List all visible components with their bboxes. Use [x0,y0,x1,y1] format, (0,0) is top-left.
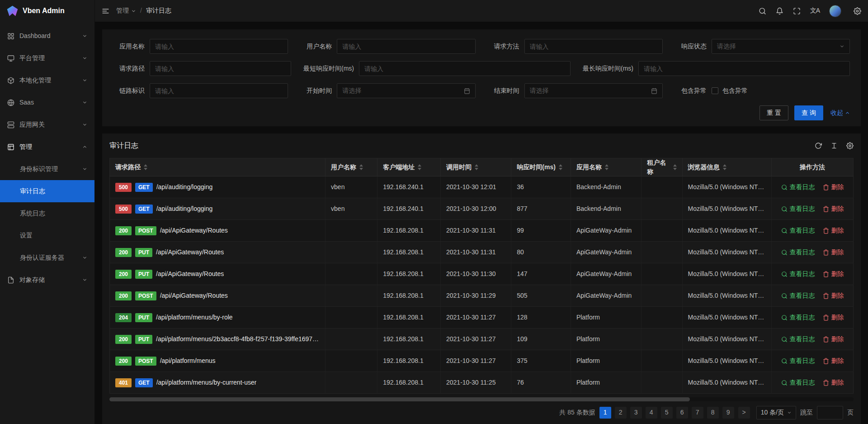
column-header[interactable]: 应用名称 [571,158,641,176]
next-page-button[interactable]: > [738,407,750,419]
filter-input[interactable] [150,61,291,76]
column-settings-gear-icon[interactable] [846,142,854,149]
page-button[interactable]: 5 [661,407,673,419]
page-button[interactable]: 4 [646,407,657,419]
sidebar-item[interactable]: 应用网关 [0,114,94,136]
view-log-button[interactable]: 查看日志 [781,248,815,257]
breadcrumb-root[interactable]: 管理 [116,6,136,15]
delete-button[interactable]: 删除 [823,335,844,344]
column-header[interactable]: 租户名称 [642,158,682,176]
sort-icon[interactable] [559,164,562,170]
notification-bell-icon[interactable] [776,7,783,15]
sidebar-subitem[interactable]: 设置 [0,224,94,247]
jump-page-input[interactable] [817,406,843,419]
page-button[interactable]: 7 [692,407,703,419]
page-button[interactable]: 9 [722,407,734,419]
view-log-button[interactable]: 查看日志 [781,291,815,300]
sidebar-item[interactable]: 管理 [0,136,94,158]
column-header[interactable]: 调用时间 [441,158,511,176]
view-log-button[interactable]: 查看日志 [781,183,815,192]
collapse-label: 收起 [830,109,843,118]
page-button[interactable]: 8 [707,407,719,419]
language-icon[interactable]: 文A [810,6,820,15]
filter-input[interactable] [524,39,663,54]
browser-info-cell: Mozilla/5.0 (Windows NT 10.0; Win [682,242,771,263]
view-log-button[interactable]: 查看日志 [781,378,815,387]
column-header[interactable]: 请求路径 [110,158,326,176]
delete-button[interactable]: 删除 [823,357,844,366]
sort-icon[interactable] [605,164,609,170]
app-name-cell: Backend-Admin [571,198,641,220]
menu-fold-icon[interactable] [102,7,109,15]
sidebar-item[interactable]: Saas [0,91,94,114]
search-icon[interactable] [759,7,766,15]
sidebar-subitem[interactable]: 系统日志 [0,202,94,224]
delete-button[interactable]: 删除 [823,291,844,300]
app-name-cell: Platform [571,372,641,394]
view-log-button[interactable]: 查看日志 [781,313,815,322]
sort-icon[interactable] [475,164,478,170]
scrollbar-thumb[interactable] [109,397,690,401]
sidebar-item[interactable]: Dashboard [0,25,94,47]
client-ip-cell: 192.168.208.1 [377,220,441,242]
call-time-cell: 2021-10-30 11:27 [441,329,511,350]
sort-icon[interactable] [359,164,363,170]
delete-button[interactable]: 删除 [823,183,844,192]
filter-input[interactable] [150,39,288,54]
view-log-button[interactable]: 查看日志 [781,205,815,214]
sort-icon[interactable] [144,164,147,170]
filter-select[interactable]: 请选择 [712,39,850,54]
delete-button[interactable]: 删除 [823,270,844,279]
include-exception-checkbox[interactable] [712,87,718,94]
column-header[interactable]: 浏览器信息 [682,158,771,176]
user-name-cell [326,350,377,372]
view-log-button[interactable]: 查看日志 [781,357,815,366]
response-time-cell: 505 [511,285,571,307]
delete-button[interactable]: 删除 [823,226,844,235]
sort-icon[interactable] [673,164,677,170]
column-header[interactable]: 客户端地址 [377,158,441,176]
page-button[interactable]: 3 [630,407,642,419]
page-button[interactable]: 6 [676,407,688,419]
view-log-button[interactable]: 查看日志 [781,270,815,279]
settings-gear-icon[interactable] [854,7,861,15]
filter-date-picker[interactable]: 请选择 [337,83,475,98]
refresh-icon[interactable] [815,142,822,149]
sidebar-subitem[interactable]: 身份标识管理 [0,158,94,180]
sidebar-item[interactable]: 平台管理 [0,47,94,69]
column-header[interactable]: 响应时间(ms) [511,158,571,176]
horizontal-scrollbar[interactable] [109,397,854,401]
delete-button[interactable]: 删除 [823,248,844,257]
filter-date-picker[interactable]: 请选择 [524,83,663,98]
row-height-icon[interactable] [830,142,838,149]
request-path: /api/auditing/logging [156,183,213,192]
delete-button[interactable]: 删除 [823,313,844,322]
avatar[interactable] [829,5,841,17]
filter-input[interactable] [337,39,475,54]
saas-icon [7,99,14,106]
client-ip-cell: 192.168.240.1 [377,198,441,220]
delete-button[interactable]: 删除 [823,378,844,387]
view-log-button[interactable]: 查看日志 [781,226,815,235]
query-button[interactable]: 查 询 [794,105,823,120]
reset-button[interactable]: 重 置 [760,105,788,120]
collapse-link[interactable]: 收起 [830,109,850,118]
column-header[interactable]: 用户名称 [326,158,377,176]
delete-button[interactable]: 删除 [823,205,844,214]
fullscreen-icon[interactable] [793,7,801,15]
sidebar-subitem[interactable]: 身份认证服务器 [0,247,94,269]
filter-field: 最长响应时间(ms) [583,61,850,76]
view-log-button[interactable]: 查看日志 [781,335,815,344]
sidebar-item[interactable]: 对象存储 [0,269,94,291]
filter-input[interactable] [638,61,850,76]
page-button[interactable]: 1 [599,407,611,419]
page-button[interactable]: 2 [615,407,627,419]
sort-icon[interactable] [723,164,726,170]
filter-input[interactable] [359,61,571,76]
sort-icon[interactable] [418,164,421,170]
sidebar-subitem[interactable]: 审计日志 [0,180,94,202]
page-size-select[interactable]: 10 条/页 [756,406,796,419]
filter-input[interactable] [150,83,288,98]
logo[interactable]: Vben Admin [0,0,94,22]
sidebar-item[interactable]: 本地化管理 [0,69,94,91]
